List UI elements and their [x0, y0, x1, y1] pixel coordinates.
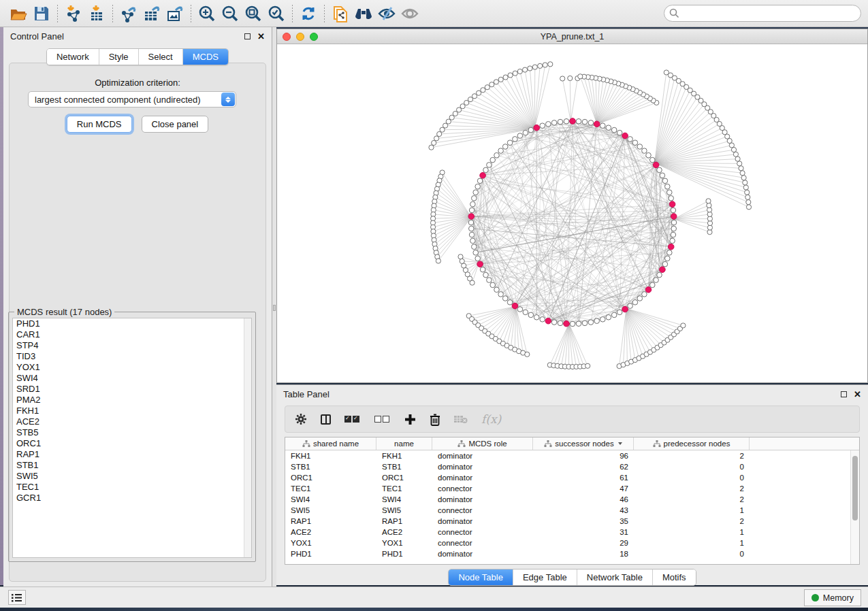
graph-node[interactable] — [517, 307, 523, 312]
graph-node[interactable] — [470, 238, 476, 244]
graph-node[interactable] — [523, 130, 528, 135]
graph-node[interactable] — [558, 320, 563, 326]
graph-node[interactable] — [745, 195, 750, 199]
graph-node[interactable] — [628, 137, 633, 142]
float-panel-icon[interactable] — [244, 33, 251, 39]
optimization-criterion-select[interactable]: largest connected component (undirected) — [28, 91, 236, 108]
graph-node[interactable] — [600, 123, 606, 129]
network-window-titlebar[interactable]: YPA_prune.txt_1 — [277, 29, 867, 44]
graph-node[interactable] — [671, 226, 677, 231]
graph-node[interactable] — [483, 167, 489, 173]
mcds-result-item[interactable]: SWI5 — [13, 471, 251, 482]
graph-hub-node[interactable] — [622, 306, 628, 312]
close-panel-icon[interactable]: ✕ — [257, 33, 265, 39]
table-cell[interactable]: 0 — [634, 550, 750, 558]
graph-node[interactable] — [667, 250, 673, 256]
unselect-all-columns-button[interactable] — [374, 416, 391, 423]
graph-node[interactable] — [432, 140, 436, 145]
graph-node[interactable] — [494, 152, 500, 158]
refresh-button[interactable] — [297, 3, 320, 24]
graph-node[interactable] — [741, 176, 746, 180]
graph-node[interactable] — [632, 140, 638, 146]
graph-hub-node[interactable] — [512, 303, 518, 309]
graph-node[interactable] — [437, 131, 442, 136]
graph-node[interactable] — [743, 180, 748, 185]
table-cell[interactable]: STB1 — [285, 463, 376, 471]
table-cell[interactable]: 1 — [634, 506, 750, 514]
table-cell[interactable]: 61 — [533, 474, 634, 482]
graph-node[interactable] — [546, 122, 551, 127]
table-cell[interactable]: dominator — [432, 474, 533, 482]
table-cell[interactable]: connector — [432, 528, 533, 536]
graph-node[interactable] — [523, 310, 528, 315]
graph-node[interactable] — [429, 145, 434, 150]
table-row[interactable]: SWI5SWI5connector431 — [285, 505, 850, 516]
mcds-result-item[interactable]: TEC1 — [13, 482, 251, 493]
table-cell[interactable]: 2 — [634, 484, 750, 493]
zoom-out-button[interactable] — [219, 3, 242, 24]
graph-node[interactable] — [502, 144, 508, 150]
column-header-predecessor-nodes[interactable]: predecessor nodes — [634, 437, 750, 450]
graph-node[interactable] — [670, 238, 675, 244]
graph-node[interactable] — [532, 65, 537, 69]
graph-node[interactable] — [468, 220, 474, 225]
open-file-button[interactable] — [7, 3, 30, 24]
mcds-result-item[interactable]: SWI4 — [13, 373, 251, 384]
graph-hub-node[interactable] — [669, 201, 675, 208]
table-cell[interactable]: TEC1 — [376, 484, 432, 493]
mcds-result-item[interactable]: CAR1 — [13, 329, 251, 340]
table-cell[interactable]: dominator — [432, 452, 533, 460]
graph-node[interactable] — [657, 272, 662, 278]
import-table-button[interactable] — [85, 3, 108, 24]
graph-node[interactable] — [558, 119, 563, 125]
zoom-fit-button[interactable] — [242, 3, 265, 24]
table-cell[interactable]: SWI5 — [376, 506, 432, 514]
table-cell[interactable]: 2 — [634, 517, 750, 525]
graph-node[interactable] — [498, 292, 504, 297]
graph-node[interactable] — [472, 244, 477, 250]
graph-node[interactable] — [743, 185, 748, 190]
graph-node[interactable] — [498, 148, 504, 154]
hide-selected-button[interactable] — [375, 3, 398, 24]
mcds-result-item[interactable]: ACE2 — [13, 416, 251, 427]
tab-network[interactable]: Network — [47, 49, 99, 65]
graph-node[interactable] — [494, 80, 498, 84]
zoom-in-button[interactable] — [195, 3, 219, 24]
mcds-result-item[interactable]: RAP1 — [13, 449, 251, 460]
mcds-result-item[interactable]: PMA2 — [13, 395, 251, 406]
column-header-MCDS-role[interactable]: MCDS role — [432, 437, 533, 450]
table-cell[interactable]: ACE2 — [376, 528, 432, 536]
table-row[interactable]: TEC1TEC1connector472 — [285, 483, 850, 494]
graph-node[interactable] — [669, 196, 674, 201]
graph-node[interactable] — [671, 208, 676, 213]
table-cell[interactable]: dominator — [432, 463, 533, 471]
graph-node[interactable] — [642, 148, 647, 154]
table-cell[interactable]: ORC1 — [285, 474, 376, 482]
table-row[interactable]: RAP1RAP1dominator352 — [285, 516, 850, 527]
table-cell[interactable]: SWI4 — [376, 495, 432, 503]
delete-column-button[interactable] — [430, 413, 440, 426]
graph-node[interactable] — [507, 140, 513, 146]
create-column-button[interactable] — [404, 414, 416, 425]
table-cell[interactable]: YOX1 — [285, 539, 376, 547]
float-panel-icon[interactable] — [841, 391, 847, 397]
graph-node[interactable] — [611, 127, 617, 133]
graph-node[interactable] — [469, 232, 475, 237]
tab-edge-table[interactable]: Edge Table — [513, 569, 577, 585]
table-row[interactable]: STB1STB1dominator620 — [285, 461, 850, 472]
graph-hub-node[interactable] — [594, 121, 600, 127]
mcds-list-scrollbar[interactable] — [244, 318, 251, 557]
table-row[interactable]: ORC1ORC1dominator610 — [285, 472, 850, 483]
import-network-button[interactable] — [62, 3, 85, 24]
mcds-result-item[interactable]: SRD1 — [13, 384, 251, 395]
graph-hub-node[interactable] — [480, 173, 486, 179]
graph-node[interactable] — [660, 173, 665, 178]
graph-hub-node[interactable] — [660, 267, 666, 273]
table-cell[interactable]: 35 — [533, 517, 634, 525]
graph-node[interactable] — [650, 157, 656, 163]
column-header-successor-nodes[interactable]: successor nodes — [533, 437, 634, 450]
graph-node[interactable] — [628, 303, 633, 309]
graph-node[interactable] — [534, 315, 539, 320]
network-graph[interactable] — [277, 44, 867, 382]
graph-node[interactable] — [498, 77, 503, 82]
